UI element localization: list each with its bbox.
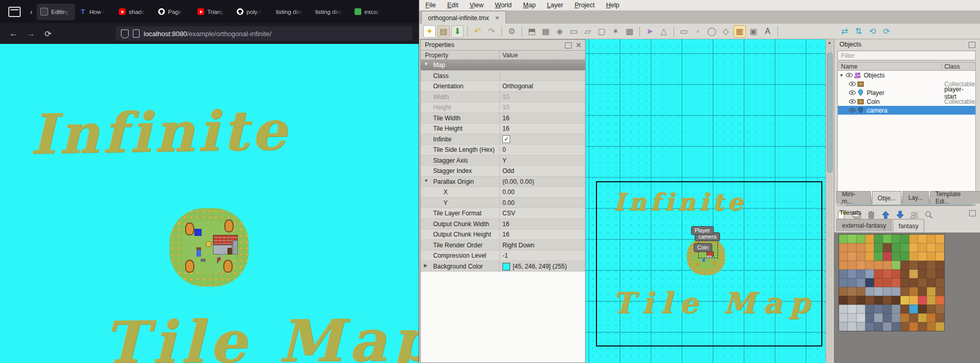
tileset-tile[interactable] (865, 322, 874, 331)
expand-caret-icon[interactable]: ▼ (424, 61, 428, 67)
insert-point-icon[interactable]: ◦ (692, 25, 704, 38)
tileset-image[interactable] (838, 234, 945, 332)
object-row-objects[interactable]: ▼Objects (838, 71, 975, 80)
dock-tab-obje[interactable]: Obje... (872, 191, 901, 204)
tileset-tile[interactable] (892, 322, 900, 331)
visibility-eye-icon[interactable] (845, 72, 853, 78)
menu-view[interactable]: View (470, 2, 484, 9)
property-row-map[interactable]: ▼Map (421, 60, 585, 71)
browser-tab[interactable]: Editing (37, 4, 75, 20)
property-row-infinite[interactable]: Infinite✓ (421, 134, 585, 145)
tileset-tile[interactable] (927, 243, 936, 252)
tileset-tile[interactable] (848, 287, 856, 296)
same-tile-select-icon[interactable]: ▩ (623, 25, 636, 38)
property-row-background-color[interactable]: ▶Background Color[45, 246, 249] (255) (421, 261, 585, 272)
insert-rectangle-icon[interactable]: ▭ (678, 25, 690, 38)
tileset-tile[interactable] (900, 287, 909, 296)
tileset-tile[interactable] (927, 322, 936, 331)
terrain-brush-icon[interactable]: ▦ (540, 25, 552, 38)
tileset-tile[interactable] (927, 252, 936, 261)
tileset-tile[interactable] (874, 305, 883, 313)
tileset-tile[interactable] (839, 313, 848, 322)
property-row-tile-side-length-hex-[interactable]: Tile Side Length (Hex)0 (421, 145, 585, 155)
visibility-eye-icon[interactable] (848, 81, 856, 87)
menu-file[interactable]: File (425, 2, 436, 9)
property-value[interactable]: 0 (502, 146, 506, 153)
tileset-tile[interactable] (883, 252, 892, 261)
tileset-tile[interactable] (918, 322, 927, 331)
tileset-tile[interactable] (892, 287, 900, 296)
visibility-eye-icon[interactable] (848, 90, 856, 96)
tileset-tile[interactable] (839, 296, 848, 305)
tileset-tile[interactable] (865, 287, 874, 296)
tileset-tile[interactable] (900, 305, 909, 313)
property-row-x[interactable]: X0.00 (421, 187, 585, 198)
tileset-tile[interactable] (900, 270, 909, 278)
property-row-y[interactable]: Y0.00 (421, 198, 585, 209)
tileset-tile[interactable] (856, 234, 865, 243)
url-bar[interactable]: localhost:8080/example/orthogonal-infini… (116, 26, 412, 41)
property-row-height[interactable]: Height10 (421, 102, 585, 113)
tileset-tile[interactable] (936, 313, 944, 322)
map-vertical-scrollbar[interactable]: ▲ (825, 39, 833, 363)
tileset-tile[interactable] (883, 287, 892, 296)
tileset-tile[interactable] (900, 296, 909, 305)
tileset-tile[interactable] (856, 243, 865, 252)
object-row-camera[interactable]: camera (838, 106, 975, 115)
object-label-player[interactable]: Player (691, 226, 714, 235)
tileset-tile[interactable] (848, 313, 856, 322)
browser-tab[interactable]: poly-t (233, 4, 271, 20)
rotate-left-icon[interactable]: ⟲ (866, 25, 879, 38)
tileset-tile[interactable] (918, 305, 927, 313)
eraser-icon[interactable]: ▱ (581, 25, 594, 38)
tileset-tile[interactable] (883, 270, 892, 278)
tileset-tile[interactable] (874, 243, 883, 252)
insert-template-icon[interactable]: ▣ (747, 25, 760, 38)
tileset-tile[interactable] (839, 278, 848, 287)
property-row-compression-level[interactable]: Compression Level-1 (421, 250, 585, 261)
property-value[interactable]: Right Down (502, 242, 534, 249)
tileset-tab-fantasy[interactable]: fantasy (893, 219, 924, 232)
tileset-tile[interactable] (839, 252, 848, 261)
tileset-tile[interactable] (865, 243, 874, 252)
visibility-eye-icon[interactable] (848, 99, 856, 105)
browser-tab[interactable]: shade (115, 4, 154, 20)
property-value[interactable]: -1 (502, 252, 508, 259)
object-label-coin[interactable]: Coin (694, 243, 712, 252)
back-button[interactable]: ← (9, 29, 18, 38)
insert-tile-icon[interactable]: ▦ (733, 25, 746, 38)
object-row-player[interactable]: Playerplayer-start (838, 88, 975, 97)
tileset-tile[interactable] (856, 278, 865, 287)
tileset-tile[interactable] (927, 234, 936, 243)
property-value[interactable]: CSV (502, 210, 515, 217)
tileset-tile[interactable] (856, 296, 865, 305)
tileset-tile[interactable] (900, 322, 909, 331)
tileset-tile[interactable] (936, 234, 944, 243)
property-row-tile-layer-format[interactable]: Tile Layer FormatCSV (421, 208, 585, 219)
tileset-tile[interactable] (856, 305, 865, 313)
map-view[interactable]: Infinite camera Player Coin Tile Map ▲ (586, 39, 833, 363)
tileset-tile[interactable] (909, 278, 918, 287)
tileset-tile[interactable] (909, 322, 918, 331)
tileset-tile[interactable] (892, 234, 900, 243)
menu-help[interactable]: Help (606, 2, 620, 9)
tileset-tile[interactable] (839, 234, 848, 243)
property-row-parallax-origin[interactable]: ▼Parallax Origin(0.00, 0.00) (421, 177, 585, 187)
tileset-tile[interactable] (892, 252, 900, 261)
tileset-tile[interactable] (856, 287, 865, 296)
close-panel-icon[interactable]: ✕ (576, 41, 581, 49)
tileset-tab-external-fantasy[interactable]: external-fantasy (836, 219, 892, 231)
tileset-tile[interactable] (918, 261, 927, 270)
tileset-tile[interactable] (856, 270, 865, 278)
tileset-tile[interactable] (909, 234, 918, 243)
tileset-tile[interactable] (909, 296, 918, 305)
tileset-tile[interactable] (909, 305, 918, 313)
property-row-width[interactable]: Width10 (421, 92, 585, 103)
redo-icon[interactable]: ↷ (485, 25, 498, 38)
scroll-tabs-left-icon[interactable]: ‹ (30, 7, 33, 16)
property-row-output-chunk-height[interactable]: Output Chunk Height16 (421, 229, 585, 240)
tileset-tile[interactable] (927, 261, 936, 270)
tileset-tile[interactable] (883, 243, 892, 252)
tileset-tile[interactable] (874, 313, 883, 322)
tab-overview-icon[interactable] (8, 7, 21, 17)
